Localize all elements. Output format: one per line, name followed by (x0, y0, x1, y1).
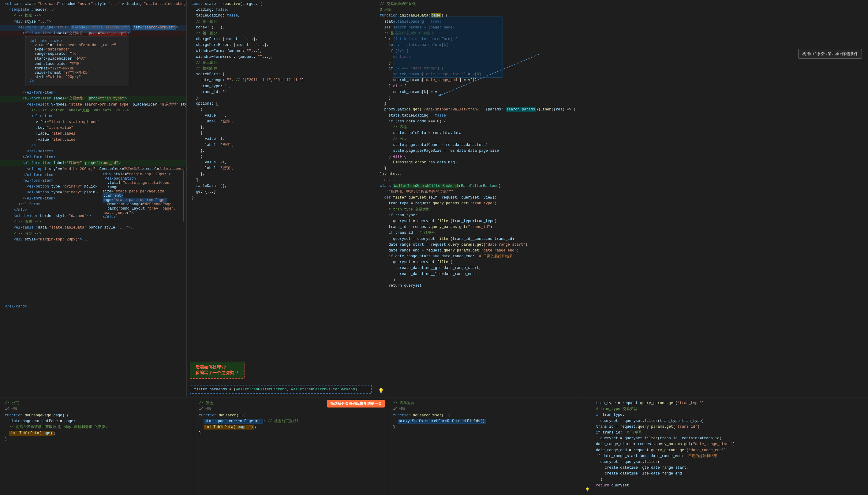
r-py-13: date_range_end = request.query_params.ge… (375, 248, 868, 254)
r-py-18: ) (375, 277, 868, 283)
code-line-12: v-for="item in state.options" (0, 119, 186, 125)
m-line-32: tableData: [], (187, 183, 374, 189)
m-line-18: options: [ (187, 101, 374, 107)
code-line-9: <el-select v-model="state.searchForm.tra… (0, 102, 186, 108)
code-line-1: <el-card class="box-card" shadow="never"… (0, 1, 186, 7)
m-line-23: { (187, 130, 374, 136)
r-line-22: // 表格 (375, 124, 868, 130)
m-line-28: value: -1, (187, 160, 374, 166)
r-line-26: state.page.perPageSize = res.data.data.p… (375, 148, 868, 154)
r-line-1: // 交易记录的初始化 (375, 1, 868, 7)
bp3-line-1: function doSearchReset() { (393, 413, 577, 419)
r-line-14: search_params['date_range_end'] = v[1] (375, 78, 868, 83)
code-line-15: :value="item.value" (0, 137, 186, 143)
m-line-14: date_range: "", // [{"2011-11-1","2011-1… (187, 78, 374, 83)
r-line-28: ElMessage.error(res.data.msg) (375, 160, 868, 166)
bp4-line-13: create_datetime__lte=date_range_end (587, 471, 863, 477)
bottom-row: // 分页 1个用法 function doChangePage(page) {… (0, 397, 868, 495)
bottom-panel-pagination: // 分页 1个用法 function doChangePage(page) {… (0, 397, 194, 495)
m-line-4: // 第一部分 (187, 19, 374, 25)
m-line-9: withdrawForm: {amount: ""...}, (187, 48, 374, 54)
r-line-31: co... (375, 177, 868, 183)
m-line-13: searchForm: { (187, 72, 374, 78)
bp4-line-5: trans_id = request.query_params.get("tra… (587, 424, 863, 430)
m-line-2: loading: false, (187, 7, 374, 13)
m-line-15: tran_type: '', (187, 84, 374, 89)
bp2-line-3: initTableData( page 1); (199, 424, 383, 430)
bp4-line-15: return queryset (587, 483, 863, 489)
m-line-8: chargeFormError: {amount: ""...}, (187, 42, 374, 48)
panel-left: <el-card class="box-card" shadow="never"… (0, 0, 187, 397)
r-py-16: create_datetime__gte=date_range_start, (375, 265, 868, 271)
m-line-17: }, (187, 95, 374, 101)
bp4-line-16: ... (587, 489, 863, 494)
r-py-8: queryset = queryset.filter(tran_type=tra… (375, 219, 868, 224)
date-picker-popup: <el-date-picker v-model="state.searchFor… (25, 36, 129, 86)
code-line-13: :key="item.value" (0, 125, 186, 131)
panel-right: // 交易记录的初始化 3 用法 function initTableData(… (375, 0, 868, 397)
r-py-2: """钱包那, 交易记录搜索条件的过滤""" (375, 189, 868, 195)
code-line-11: <el-option (0, 114, 186, 119)
usage-count-reset: 1个用法 (393, 406, 577, 411)
m-line-21: label: '全部', (187, 119, 374, 124)
lightbulb-icon: 💡 (378, 388, 384, 394)
m-line-29: label: '提现', (187, 166, 374, 171)
m-line-22: }, (187, 124, 374, 130)
m-line-6: // 第二部分 (187, 31, 374, 36)
backend-question-box: 后端如何处理?? 多编写了一个过滤类!! (190, 362, 245, 379)
r-line-20: state.tableLoading = false; (375, 113, 868, 119)
bp3-line-3: } (393, 424, 577, 430)
m-line-10: withdrawFormError: {amount: ""...}, (187, 54, 374, 60)
m-line-33: ge: {...} (187, 189, 374, 195)
code-line-30: <el-table :data="state.tableData" border… (0, 225, 186, 231)
code-line-3: <!-- 搜索 --> (0, 13, 186, 19)
m-line-27: { (187, 154, 374, 160)
bp4-line-8: date_range_start = request.query_params.… (587, 442, 863, 447)
m-line-1: const state = reactive(target: { (187, 1, 374, 7)
bp4-line-10: if date_range_start and date_range_end: … (587, 454, 863, 459)
top-section: <el-card class="box-card" shadow="never"… (0, 0, 868, 397)
m-line-16: trans_id: '' (187, 89, 374, 95)
bp4-line-9: date_range_end = request.query_params.ge… (587, 448, 863, 454)
r-line-21: if (res.data.code === 0) { (375, 119, 868, 124)
bp1-line-4: initTableData(page); (5, 430, 189, 436)
bp4-line-3: if tran_type: (587, 412, 863, 418)
r-line-19: proxy.$axios.get('/api/shipper/wallet/tr… (375, 107, 868, 113)
bottom-panel-reset: // 表单重置 1个用法 function doSearchReset() { … (388, 397, 582, 495)
bp4-line-4: queryset = queryset.filter(tran_type=tra… (587, 418, 863, 424)
m-line-5: money: {...}, (187, 25, 374, 31)
bottom-panel-filter: // 筛选 1个用法 筛选后分页页码应恢复到第一页 function doSea… (194, 397, 388, 495)
r-py-6: # tran_type 交易类型 (375, 207, 868, 212)
m-line-34: } (187, 195, 374, 201)
bp4-line-14: ) (587, 477, 863, 482)
r-py-12: date_range_start = request.query_params.… (375, 242, 868, 248)
code-line-18: </el-form-item> (0, 154, 186, 160)
url-params-annotation: 构造url参数,第几页+筛选条件 (798, 49, 862, 59)
m-line-11: // 第三部分 (187, 60, 374, 66)
pagination-popup: <div style="margin-top: 20px;"> <el-pagi… (98, 170, 184, 222)
code-line-19: <el-form-item label="订单号" prop="trans_id… (0, 160, 186, 166)
code-line-16: /> (0, 143, 186, 149)
r-py-1: class WalletTranSearchFilterBackend(Base… (375, 183, 868, 189)
r-line-29: } (375, 166, 868, 171)
r-py-4: def filter_queryset(self, request, query… (375, 195, 868, 201)
bp4-line-6: if trans_id: # 订单号 (587, 430, 863, 436)
code-line-4: <div style="..."> (0, 19, 186, 25)
r-py-20: ... (375, 289, 868, 295)
code-line-10: <!-- <el-option label="充值" value="1" /> … (0, 108, 186, 114)
m-line-31: ], (187, 177, 374, 183)
r-line-27: } else { (375, 154, 868, 160)
m-line-26: }, (187, 148, 374, 154)
m-line-24: value: 1, (187, 136, 374, 142)
m-line-30: }, (187, 171, 374, 177)
r-line-16: search_params[k] = v (375, 89, 868, 95)
bottom-panel-python: tran_type = request.query_params.get("tr… (582, 397, 868, 495)
r-py-14: if date_range_start and date_range_end: … (375, 254, 868, 259)
r-line-24: // 分页 (375, 136, 868, 142)
code-line-14: :label="item.label" (0, 131, 186, 137)
r-line-25: state.page.totalCount = res.data.data.to… (375, 142, 868, 148)
code-line-33: </el-card> (0, 304, 186, 310)
r-line-18: } (375, 101, 868, 107)
lightbulb-icon-2: 💡 (585, 488, 590, 492)
code-line-17: </el-select> (0, 149, 186, 154)
